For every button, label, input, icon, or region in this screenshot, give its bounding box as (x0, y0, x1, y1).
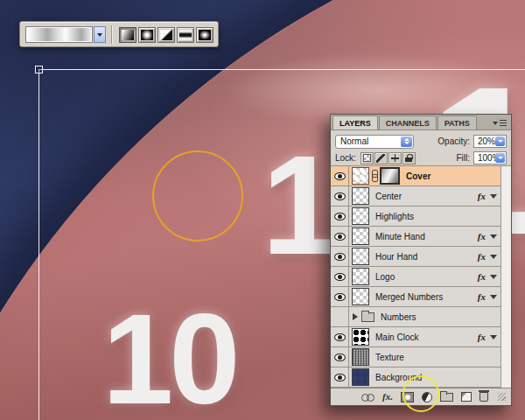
checkerboard-icon (363, 154, 371, 162)
layer-style-badge[interactable]: fx (478, 251, 497, 262)
layer-thumbnail[interactable] (352, 368, 369, 386)
layer-row-minute-hand[interactable]: Minute Hand fx (331, 227, 511, 247)
layer-row-main-clock[interactable]: Main Clock fx (331, 327, 511, 347)
scrollbar-track[interactable] (500, 166, 511, 388)
layer-style-badge[interactable]: fx (478, 271, 497, 282)
layer-row-cover[interactable]: Cover (331, 166, 511, 186)
layer-thumbnail[interactable] (352, 328, 369, 346)
tab-paths[interactable]: PATHS (438, 116, 477, 130)
layer-name: Numbers (381, 312, 416, 322)
visibility-toggle[interactable] (331, 267, 349, 286)
fill-dropdown-icon[interactable] (495, 153, 505, 163)
delete-layer-button[interactable] (480, 392, 488, 402)
layer-mask-thumbnail[interactable] (380, 167, 400, 185)
eye-icon (334, 354, 346, 361)
clock-numeral-1: 1 (262, 134, 340, 276)
lock-transparency-button[interactable] (360, 152, 374, 164)
visibility-toggle[interactable] (331, 347, 349, 367)
layer-thumbnail[interactable] (352, 207, 369, 225)
layer-thumbnail[interactable] (352, 348, 369, 366)
eye-icon (334, 253, 346, 261)
new-group-button[interactable] (440, 393, 453, 402)
layer-row-logo[interactable]: Logo fx (331, 267, 511, 287)
chevron-down-icon[interactable] (490, 295, 497, 299)
tab-channels[interactable]: CHANNELS (379, 116, 437, 130)
fx-icon: fx (478, 231, 486, 242)
blend-mode-stepper-icon[interactable] (401, 136, 412, 147)
layer-style-badge[interactable]: fx (478, 231, 497, 242)
gradient-options-toolbar (19, 21, 219, 47)
mask-link-icon[interactable] (371, 170, 378, 182)
visibility-toggle[interactable] (331, 287, 349, 306)
lock-position-button[interactable] (388, 152, 402, 164)
gradient-type-buttons (119, 27, 214, 43)
visibility-toggle[interactable] (331, 327, 349, 346)
visibility-toggle[interactable] (331, 206, 349, 226)
visibility-toggle[interactable] (331, 247, 349, 266)
visibility-toggle[interactable] (331, 307, 349, 326)
layers-panel: LAYERS CHANNELS PATHS Normal Opacity: (330, 114, 512, 406)
selection-edge-vertical (38, 69, 39, 420)
chevron-down-icon (493, 122, 498, 125)
panel-menu-button[interactable] (493, 119, 507, 127)
fill-input[interactable]: 100% (473, 151, 507, 164)
layer-thumbnail[interactable] (352, 248, 369, 265)
chevron-down-icon (97, 33, 102, 37)
gradient-preview-well[interactable] (25, 26, 93, 43)
layer-row-center[interactable]: Center fx (331, 186, 511, 206)
layer-thumbnail[interactable] (352, 167, 369, 185)
opacity-input[interactable]: 20% (473, 135, 507, 148)
brush-icon (376, 154, 385, 163)
clock-numeral-10: 10 (102, 296, 235, 420)
new-layer-button[interactable] (461, 392, 472, 402)
group-expand-icon[interactable] (353, 313, 358, 320)
lock-buttons (360, 152, 416, 164)
eye-icon (334, 233, 346, 241)
chevron-down-icon[interactable] (490, 194, 497, 199)
lock-label: Lock: (335, 153, 356, 163)
visibility-toggle[interactable] (331, 368, 349, 387)
layer-row-numbers-group[interactable]: Numbers (331, 307, 511, 327)
diamond-gradient-icon (199, 30, 211, 40)
add-layer-style-button[interactable]: fx (382, 392, 393, 402)
angle-gradient-icon (160, 30, 172, 40)
chevron-down-icon[interactable] (490, 234, 497, 239)
visibility-toggle[interactable] (331, 227, 349, 246)
angle-gradient-button[interactable] (158, 27, 175, 43)
gradient-picker-button[interactable] (94, 26, 106, 43)
layer-thumbnail[interactable] (352, 288, 369, 305)
link-layers-button[interactable] (361, 393, 374, 401)
eye-icon (334, 213, 346, 220)
eye-icon (334, 333, 346, 341)
layer-style-badge[interactable]: fx (478, 332, 497, 342)
layer-row-highlights[interactable]: Highlights (331, 206, 511, 227)
radial-gradient-button[interactable] (138, 27, 156, 43)
visibility-toggle[interactable] (331, 166, 349, 186)
layer-style-badge[interactable]: fx (478, 291, 497, 302)
layer-thumbnail[interactable] (352, 268, 369, 285)
layer-style-badge[interactable]: fx (478, 191, 497, 201)
layer-row-merged-numbers[interactable]: Merged Numbers fx (331, 287, 511, 307)
folder-icon (361, 312, 374, 322)
reflected-gradient-button[interactable] (177, 27, 194, 43)
selection-edge-horizontal (38, 69, 525, 70)
selection-corner-handle[interactable] (35, 66, 43, 74)
chevron-down-icon[interactable] (490, 335, 497, 340)
chevron-down-icon[interactable] (490, 255, 497, 259)
chevron-down-icon[interactable] (490, 275, 497, 279)
layer-thumbnail[interactable] (352, 187, 369, 205)
layer-name: Merged Numbers (375, 292, 443, 302)
linear-gradient-button[interactable] (119, 27, 136, 43)
diamond-gradient-button[interactable] (196, 27, 214, 43)
lock-all-button[interactable] (402, 152, 416, 164)
tab-layers[interactable]: LAYERS (332, 116, 378, 130)
panel-resize-grip[interactable] (498, 393, 506, 401)
layer-thumbnail[interactable] (352, 228, 369, 245)
opacity-dropdown-icon[interactable] (495, 136, 505, 146)
lock-pixels-button[interactable] (374, 152, 388, 164)
layer-row-hour-hand[interactable]: Hour Hand fx (331, 247, 511, 267)
visibility-toggle[interactable] (331, 186, 349, 206)
blend-mode-select[interactable]: Normal (335, 135, 414, 149)
layer-row-texture[interactable]: Texture (331, 347, 511, 368)
layer-name: Hour Hand (375, 252, 417, 262)
